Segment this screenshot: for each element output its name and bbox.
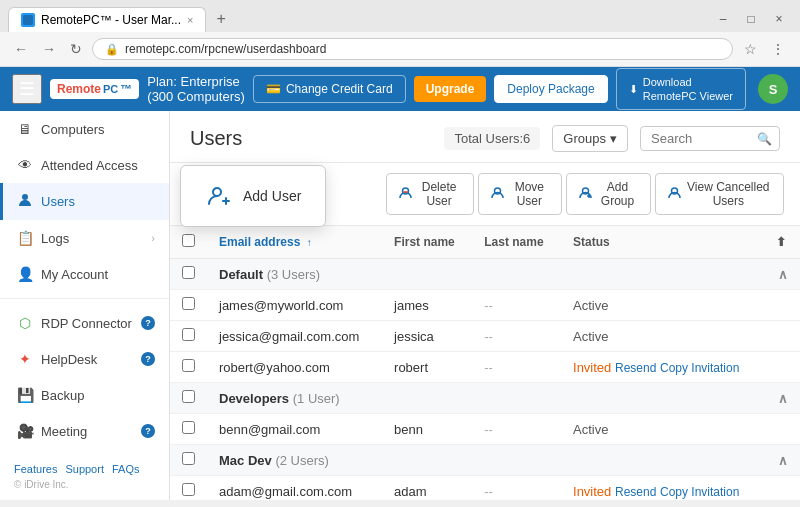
refresh-btn[interactable]: ↻ — [66, 39, 86, 59]
svg-rect-0 — [23, 15, 33, 25]
attended-access-icon: 👁 — [17, 157, 33, 173]
app: ☰ RemotePC™ Plan: Enterprise (300 Comput… — [0, 67, 800, 500]
rdp-icon: ⬡ — [17, 315, 33, 331]
action-bar: Add User Delete User Move User — [170, 163, 800, 226]
group-checkbox[interactable] — [182, 452, 195, 465]
row-status: Invited Resend Copy Invitation — [561, 352, 764, 383]
group-header-row: Default (3 Users) ∧ — [170, 259, 800, 290]
meeting-help-icon[interactable]: ? — [141, 424, 155, 438]
svg-point-1 — [22, 194, 28, 200]
group-checkbox[interactable] — [182, 266, 195, 279]
row-checkbox[interactable] — [182, 297, 195, 310]
tab-bar: RemotePC™ - User Mar... × + – □ × — [0, 0, 800, 32]
back-btn[interactable]: ← — [10, 39, 32, 59]
view-cancelled-btn[interactable]: View Cancelled Users — [655, 173, 784, 215]
add-user-popup[interactable]: Add User — [180, 165, 326, 227]
sidebar-label-meeting: Meeting — [41, 424, 87, 439]
group-name: Default (3 Users) — [207, 259, 764, 290]
row-action-link[interactable]: Resend — [615, 361, 656, 375]
bookmark-icon[interactable]: ☆ — [739, 39, 762, 59]
faqs-link[interactable]: FAQs — [112, 463, 140, 475]
logs-arrow: › — [151, 232, 155, 244]
row-action-link[interactable]: Copy Invitation — [660, 361, 739, 375]
row-checkbox[interactable] — [182, 483, 195, 496]
sidebar-divider — [0, 298, 169, 299]
support-link[interactable]: Support — [65, 463, 104, 475]
change-credit-card-btn[interactable]: 💳 Change Credit Card — [253, 75, 406, 103]
sidebar-label-my-account: My Account — [41, 267, 108, 282]
group-checkbox[interactable] — [182, 390, 195, 403]
sidebar-label-attended-access: Attended Access — [41, 158, 138, 173]
groups-btn[interactable]: Groups ▾ — [552, 125, 628, 152]
row-firstname: jessica — [382, 321, 472, 352]
row-email: james@myworld.com — [207, 290, 382, 321]
row-action-link[interactable]: Copy Invitation — [660, 485, 739, 499]
features-link[interactable]: Features — [14, 463, 57, 475]
logs-icon: 📋 — [17, 230, 33, 246]
maximize-btn[interactable]: □ — [738, 6, 764, 32]
sidebar-item-rdp[interactable]: ⬡ RDP Connector ? — [0, 305, 169, 341]
browser-chrome: RemotePC™ - User Mar... × + – □ × ← → ↻ … — [0, 0, 800, 67]
address-text: remotepc.com/rpcnew/userdashboard — [125, 42, 326, 56]
row-firstname: adam — [382, 476, 472, 501]
row-extra — [764, 476, 800, 501]
new-tab-btn[interactable]: + — [210, 8, 231, 30]
move-user-btn[interactable]: Move User — [478, 173, 562, 215]
download-viewer-btn[interactable]: ⬇ DownloadRemotePC Viewer — [616, 68, 746, 111]
browser-tab[interactable]: RemotePC™ - User Mar... × — [8, 7, 206, 32]
address-bar[interactable]: 🔒 remotepc.com/rpcnew/userdashboard — [92, 38, 733, 60]
credit-card-icon: 💳 — [266, 82, 281, 96]
user-avatar[interactable]: S — [758, 74, 788, 104]
forward-btn[interactable]: → — [38, 39, 60, 59]
sidebar-label-logs: Logs — [41, 231, 69, 246]
sidebar-item-backup[interactable]: 💾 Backup — [0, 377, 169, 413]
delete-user-btn[interactable]: Delete User — [386, 173, 474, 215]
col-lastname: Last name — [472, 226, 561, 259]
sidebar-item-logs[interactable]: 📋 Logs › — [0, 220, 169, 256]
sidebar-item-my-account[interactable]: 👤 My Account — [0, 256, 169, 292]
row-status: Active — [561, 414, 764, 445]
row-action-link[interactable]: Resend — [615, 485, 656, 499]
upgrade-btn[interactable]: Upgrade — [414, 76, 487, 102]
move-user-label: Move User — [509, 180, 549, 208]
helpdesk-help-icon[interactable]: ? — [141, 352, 155, 366]
sidebar-item-users[interactable]: Users — [0, 183, 169, 220]
top-bar: ☰ RemotePC™ Plan: Enterprise (300 Comput… — [0, 67, 800, 111]
page-title: Users — [190, 127, 432, 150]
table-row: jessica@gmail.com.com jessica -- Active — [170, 321, 800, 352]
sidebar-item-helpdesk[interactable]: ✦ HelpDesk ? — [0, 341, 169, 377]
group-collapse-btn[interactable]: ∧ — [764, 259, 800, 290]
sidebar-item-computers[interactable]: 🖥 Computers — [0, 111, 169, 147]
groups-chevron-icon: ▾ — [610, 131, 617, 146]
delete-user-label: Delete User — [417, 180, 461, 208]
search-box[interactable]: 🔍 — [640, 126, 780, 151]
minimize-btn[interactable]: – — [710, 6, 736, 32]
rdp-help-icon[interactable]: ? — [141, 316, 155, 330]
sidebar-item-attended-access[interactable]: 👁 Attended Access — [0, 147, 169, 183]
menu-icon[interactable]: ⋮ — [766, 39, 790, 59]
deploy-btn[interactable]: Deploy Package — [494, 75, 607, 103]
select-all-checkbox[interactable] — [182, 234, 195, 247]
sidebar-label-users: Users — [41, 194, 75, 209]
col-email[interactable]: Email address ↑ — [207, 226, 382, 259]
users-table: Email address ↑ First name Last name Sta… — [170, 226, 800, 500]
logo: RemotePC™ — [50, 79, 139, 99]
row-checkbox[interactable] — [182, 359, 195, 372]
close-btn[interactable]: × — [766, 6, 792, 32]
export-icon[interactable]: ⬆ — [776, 235, 786, 249]
row-extra — [764, 414, 800, 445]
row-checkbox[interactable] — [182, 421, 195, 434]
add-group-btn[interactable]: Add Group — [566, 173, 650, 215]
meeting-icon: 🎥 — [17, 423, 33, 439]
sort-arrow-icon: ↑ — [307, 237, 312, 248]
search-input[interactable] — [651, 131, 751, 146]
tab-close-btn[interactable]: × — [187, 14, 193, 26]
group-collapse-btn[interactable]: ∧ — [764, 383, 800, 414]
hamburger-btn[interactable]: ☰ — [12, 74, 42, 104]
sidebar-item-meeting[interactable]: 🎥 Meeting ? — [0, 413, 169, 449]
row-checkbox[interactable] — [182, 328, 195, 341]
group-collapse-btn[interactable]: ∧ — [764, 445, 800, 476]
copyright: © iDrive Inc. — [14, 479, 155, 490]
delete-user-icon — [399, 186, 412, 202]
content-header: Users Total Users:6 Groups ▾ 🔍 — [170, 111, 800, 163]
